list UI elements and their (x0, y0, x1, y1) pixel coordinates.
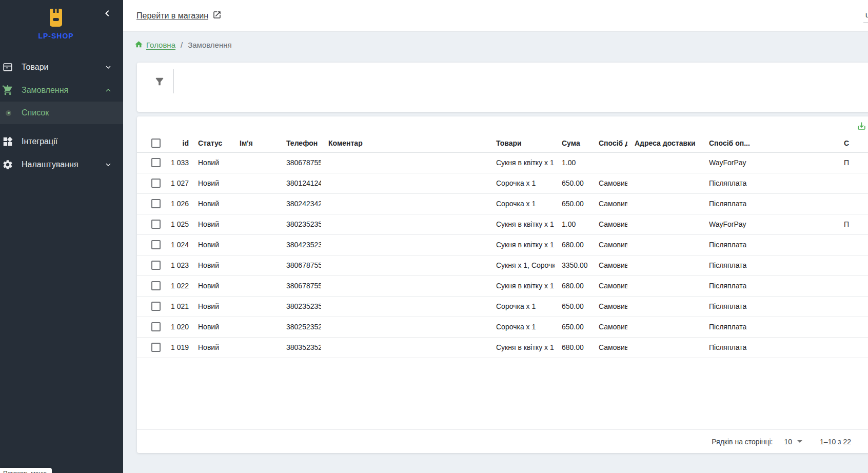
cell-payment: Післяплата (702, 296, 837, 317)
cell-phone: 380242342342 (279, 193, 321, 214)
sidebar-subitem-label: Список (22, 108, 49, 117)
sidebar-item-orders-list[interactable]: Список (0, 102, 123, 124)
row-checkbox[interactable] (151, 343, 161, 352)
cell-products: Сукня в квітку x 1 (489, 337, 555, 358)
cell-products: Сукня в квітку x 1 (489, 152, 555, 173)
cell-sum: 650.00 (555, 193, 591, 214)
breadcrumb-home-link[interactable]: Головна (134, 40, 175, 50)
table-row[interactable]: 1 021Новий380235235235Сорочка x 1650.00С… (137, 296, 868, 317)
row-checkbox[interactable] (151, 240, 161, 249)
cell-sum: 650.00 (555, 173, 591, 193)
cell-status: Новий (191, 275, 232, 296)
sidebar-collapse-button[interactable] (101, 7, 114, 21)
sidebar-item-label: Налаштування (22, 160, 104, 169)
filter-input-divider (173, 69, 174, 93)
filter-funnel-icon (154, 81, 165, 89)
cell-comment (321, 337, 489, 358)
cell-select (137, 296, 166, 317)
cell-payment_status (837, 193, 868, 214)
table-row[interactable]: 1 023Новий380678755722Сукня x 1, Сорочка… (137, 255, 868, 275)
row-checkbox[interactable] (151, 281, 161, 290)
row-checkbox[interactable] (151, 158, 161, 167)
export-button[interactable]: ЕКСПОРТ (857, 121, 868, 132)
cell-payment: Післяплата (702, 317, 837, 337)
rows-per-page-label: Рядків на сторінці: (712, 438, 773, 446)
cell-delivery: Самовивіз (591, 193, 627, 214)
table-row[interactable]: 1 026Новий380242342342Сорочка x 1650.00С… (137, 193, 868, 214)
column-header-name[interactable]: Ім'я (232, 134, 279, 152)
row-checkbox[interactable] (151, 261, 161, 270)
gear-icon (2, 159, 14, 171)
cell-payment_status (837, 173, 868, 193)
column-header-sum[interactable]: Сума (555, 134, 591, 152)
cell-delivery: Самовивіз (591, 255, 627, 275)
language-value: uk (865, 11, 868, 19)
sidebar-item-label: Товари (22, 63, 104, 72)
row-checkbox[interactable] (151, 322, 161, 331)
cell-status: Новий (191, 152, 232, 173)
cell-comment (321, 275, 489, 296)
cell-address (627, 173, 702, 193)
table-row[interactable]: 1 020Новий380252352352Сорочка x 1650.00С… (137, 317, 868, 337)
table-row[interactable]: 1 022Новий380678755765Сукня в квітку x 1… (137, 275, 868, 296)
column-header-id[interactable]: id (166, 134, 191, 152)
column-header-comment[interactable]: Коментар (321, 134, 489, 152)
cell-delivery (591, 152, 627, 173)
top-bar-right: uk (863, 8, 868, 24)
rows-per-page-value: 10 (784, 438, 793, 446)
cell-products: Сорочка x 1 (489, 296, 555, 317)
cell-name (232, 275, 279, 296)
sidebar-item-products[interactable]: Товари (0, 55, 123, 78)
column-header-delivery[interactable]: Спосіб до... (591, 134, 627, 152)
breadcrumb-current: Замовлення (188, 41, 231, 49)
cell-phone: 380124124124 (279, 173, 321, 193)
table-row[interactable]: 1 027Новий380124124124Сорочка x 1650.00С… (137, 173, 868, 193)
cell-phone: 380252352352 (279, 317, 321, 337)
cell-products: Сорочка x 1 (489, 317, 555, 337)
cell-name (232, 152, 279, 173)
row-checkbox[interactable] (151, 302, 161, 311)
cell-payment_status (837, 255, 868, 275)
rows-per-page-select[interactable]: 10 (784, 438, 803, 446)
column-header-payment_status[interactable]: С (837, 134, 868, 152)
column-header-phone[interactable]: Телефон (279, 134, 321, 152)
cell-payment_status: П (837, 214, 868, 234)
cell-phone: 380235235235 (279, 214, 321, 234)
column-header-status[interactable]: Статус (191, 134, 232, 152)
cell-comment (321, 214, 489, 234)
row-checkbox[interactable] (151, 220, 161, 229)
select-all-checkbox[interactable] (151, 139, 161, 148)
cell-products: Сорочка x 1 (489, 193, 555, 214)
row-checkbox[interactable] (151, 179, 161, 188)
column-header-payment[interactable]: Спосіб оп... (702, 134, 837, 152)
breadcrumb-separator: / (181, 41, 183, 49)
cell-name (232, 173, 279, 193)
cell-phone: 380352352353 (279, 337, 321, 358)
cell-products: Сукня x 1, Сорочка x 4 (489, 255, 555, 275)
filter-toolbar (137, 63, 868, 112)
column-header-products[interactable]: Товари (489, 134, 555, 152)
sidebar-item-orders[interactable]: Замовлення (0, 78, 123, 102)
table-row[interactable]: 1 019Новий380352352353Сукня в квітку x 1… (137, 337, 868, 358)
external-link-icon (212, 10, 222, 22)
cell-id: 1 021 (166, 296, 191, 317)
export-bar: ЕКСПОРТ (137, 116, 868, 134)
cell-delivery: Самовивіз (591, 296, 627, 317)
language-select[interactable]: uk (863, 9, 868, 23)
row-checkbox[interactable] (151, 199, 161, 208)
cell-id: 1 019 (166, 337, 191, 358)
cell-comment (321, 317, 489, 337)
cell-payment: Післяплата (702, 255, 837, 275)
cell-delivery: Самовивіз (591, 337, 627, 358)
table-row[interactable]: 1 025Новий380235235235Сукня в квітку x 1… (137, 214, 868, 234)
column-header-address[interactable]: Адреса доставки (627, 134, 702, 152)
table-row[interactable]: 1 033Новий380678755765Сукня в квітку x 1… (137, 152, 868, 173)
sidebar-item-settings[interactable]: Налаштування (0, 153, 123, 176)
table-row[interactable]: 1 024Новий380423523523Сукня в квітку x 1… (137, 234, 868, 255)
orders-table: idСтатусІм'яТелефонКоментарТовариСумаСпо… (137, 134, 868, 358)
show-menu-tooltip: Показать меню (0, 468, 52, 473)
package-icon (2, 61, 14, 73)
sidebar-item-integrations[interactable]: Інтеграції (0, 130, 123, 153)
go-to-store-link[interactable]: Перейти в магазин (136, 10, 222, 22)
filter-button[interactable] (154, 76, 165, 87)
